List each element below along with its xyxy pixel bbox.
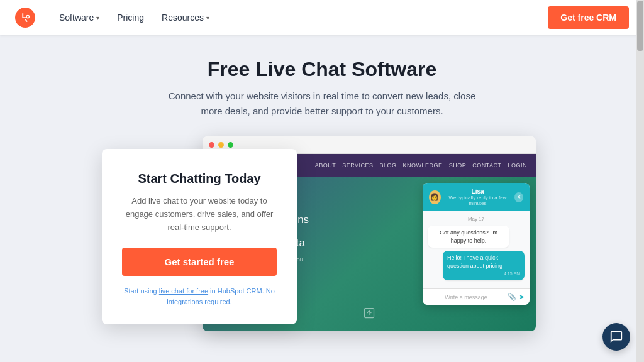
chat-msg-1: Got any questions? I'm happy to help.	[428, 226, 509, 248]
site-nav-login: LOGIN	[508, 162, 527, 168]
nav-software[interactable]: Software ▾	[50, 8, 108, 28]
browser-dot-green	[228, 142, 233, 148]
site-nav-about: ABOUT	[315, 162, 336, 168]
chat-messages: May 17 Got any questions? I'm happy to h…	[423, 211, 530, 288]
site-upload-icon	[363, 307, 375, 322]
browser-dot-yellow	[218, 142, 224, 148]
cta-card: Start Chatting Today Add live chat to yo…	[102, 149, 297, 324]
site-nav-knowledge: KNOWLEDGE	[403, 162, 443, 168]
scrollbar-thumb[interactable]	[637, 1, 643, 51]
chat-attachment-icon[interactable]: 📎	[508, 293, 516, 301]
chat-msg-2: Hello! I have a quick question about pri…	[443, 251, 525, 280]
live-chat-link[interactable]: live chat for free	[159, 287, 208, 295]
site-nav-services: SERVICES	[342, 162, 373, 168]
chat-input-placeholder: Write a message	[428, 294, 504, 300]
nav-links: Software ▾ Pricing Resources ▾	[50, 8, 548, 28]
hero-subtitle: Connect with your website visitors in re…	[165, 89, 479, 119]
site-nav-blog: BLOG	[380, 162, 397, 168]
scrollbar[interactable]	[636, 0, 644, 362]
cta-card-description: Add live chat to your website today to e…	[122, 195, 277, 234]
hero-section: Free Live Chat Software Connect with you…	[0, 35, 644, 337]
agent-name: Lisa	[445, 188, 511, 195]
live-chat-button[interactable]	[602, 323, 630, 351]
hero-title: Free Live Chat Software	[0, 58, 644, 81]
site-nav-shop: SHOP	[449, 162, 467, 168]
navbar: Software ▾ Pricing Resources ▾ Get free …	[0, 0, 644, 35]
chat-date: May 17	[428, 216, 525, 222]
browser-dot-red	[209, 142, 214, 148]
chat-send-icon[interactable]: ➤	[519, 293, 525, 301]
chat-header-info: Lisa We typically reply in a few minutes	[445, 188, 511, 206]
chat-msg-time: 4:15 PM	[447, 271, 520, 277]
chat-header: 👩 Lisa We typically reply in a few minut…	[423, 183, 530, 211]
cta-card-title: Start Chatting Today	[122, 172, 277, 186]
hubspot-logo[interactable]	[15, 8, 35, 28]
agent-avatar: 👩	[429, 190, 441, 204]
chat-input-area[interactable]: Write a message 📎 ➤	[423, 288, 530, 305]
chat-widget: 👩 Lisa We typically reply in a few minut…	[423, 183, 530, 305]
site-nav-contact: CONTACT	[472, 162, 501, 168]
get-free-crm-button[interactable]: Get free CRM	[548, 6, 629, 29]
software-chevron-icon: ▾	[96, 14, 99, 21]
chat-close-icon[interactable]: ×	[514, 192, 523, 202]
site-nav: ABOUT SERVICES BLOG KNOWLEDGE SHOP CONTA…	[315, 162, 527, 168]
resources-chevron-icon: ▾	[206, 14, 209, 21]
get-started-free-button[interactable]: Get started free	[122, 248, 277, 276]
nav-pricing[interactable]: Pricing	[108, 8, 153, 28]
demo-container: BIGLYTICS ABOUT SERVICES BLOG KNOWLEDGE …	[102, 136, 542, 337]
chat-send-icons: 📎 ➤	[508, 293, 525, 301]
cta-card-note: Start using live chat for free in HubSpo…	[122, 286, 277, 307]
nav-resources[interactable]: Resources ▾	[153, 8, 218, 28]
agent-status: We typically reply in a few minutes	[445, 195, 511, 206]
